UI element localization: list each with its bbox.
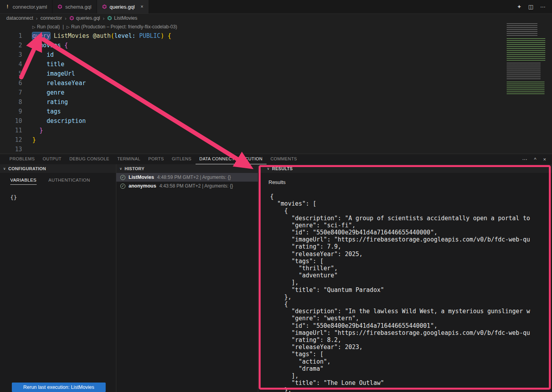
code-line-13[interactable] [32, 145, 171, 154]
line-number: 12 [0, 135, 22, 145]
split-editor-icon[interactable]: ◫ [528, 4, 533, 10]
variables-value[interactable]: {} [10, 194, 116, 201]
code-token: } [39, 127, 43, 134]
results-label: Results [258, 173, 552, 185]
code-token: releaseYear [47, 80, 86, 87]
breadcrumb-label: dataconnect [6, 15, 33, 21]
code-token [32, 80, 47, 87]
code-token: genre [47, 89, 64, 96]
code-token [32, 70, 47, 77]
bottom-panel: PROBLEMSOUTPUTDEBUG CONSOLETERMINALPORTS… [0, 154, 552, 392]
panel-tab-gitlens[interactable]: GITLENS [168, 154, 196, 164]
code-token: title [47, 61, 64, 68]
panel-tab-output[interactable]: OUTPUT [39, 154, 65, 164]
breadcrumb-label: queries.gql [76, 15, 100, 21]
history-entry-ListMovies[interactable]: ✓ListMovies4:48:59 PM GMT+2 | Arguments:… [116, 173, 258, 182]
code-token [136, 32, 139, 39]
configuration-header[interactable]: ∨ CONFIGURATION [0, 164, 116, 173]
breadcrumb-item-queries.gql[interactable]: queries.gql [69, 15, 100, 21]
code-line-7[interactable]: genre [32, 88, 171, 97]
line-number: 7 [0, 88, 22, 97]
panel-tab-debug-console[interactable]: DEBUG CONSOLE [65, 154, 113, 164]
results-header[interactable]: ∨ RESULTS [258, 164, 552, 173]
code-line-4[interactable]: title [32, 59, 171, 69]
code-line-10[interactable]: description [32, 116, 171, 126]
code-editor[interactable]: ▷ Run (local) | ▷ Run (Production – Proj… [0, 22, 552, 154]
panel-tab-problems[interactable]: PROBLEMS [6, 154, 39, 164]
breadcrumb-separator: › [65, 15, 66, 21]
editor-tabs: !connector.yamlschema.gqlqueries.gql× [0, 0, 149, 13]
code-line-11[interactable]: } [32, 126, 171, 135]
code-token [61, 42, 64, 49]
panel-tabs: PROBLEMSOUTPUTDEBUG CONSOLETERMINALPORTS… [6, 154, 301, 164]
editor-tab-label: connector.yaml [13, 4, 47, 10]
run-production-link[interactable]: ▷ Run (Production – Project: friendly-fl… [67, 24, 177, 30]
code-line-8[interactable]: rating [32, 97, 171, 107]
more-actions-icon[interactable]: ⋯ [540, 4, 546, 10]
breadcrumb-item-ListMovies[interactable]: ListMovies [107, 15, 137, 21]
code-token [32, 42, 39, 49]
minimap-lines [507, 82, 545, 94]
history-entry-name: anonymous [129, 183, 156, 189]
panel-close-icon[interactable]: × [543, 156, 546, 162]
results-json[interactable]: { "movies": [ { "description": "A group … [270, 193, 552, 392]
panel-tab-terminal[interactable]: TERMINAL [113, 154, 144, 164]
vscode-window: !connector.yamlschema.gqlqueries.gql× ✦ … [0, 0, 552, 392]
code-line-5[interactable]: imageUrl [32, 69, 171, 78]
code-token: PUBLIC [139, 32, 160, 39]
minimap-lines [507, 23, 537, 37]
minimap[interactable] [506, 23, 552, 116]
code-token: ( [111, 32, 114, 39]
panel-more-icon[interactable]: ⋯ [522, 156, 527, 162]
breadcrumb-label: connector [40, 15, 62, 21]
play-icon: ▷ [32, 25, 35, 29]
history-entry-name: ListMovies [129, 175, 154, 180]
code-token [32, 108, 47, 115]
code-line-12[interactable]: } [32, 135, 171, 145]
graphql-icon [102, 4, 107, 9]
history-header[interactable]: ∨ HISTORY [116, 164, 258, 173]
line-number: 2 [0, 41, 22, 50]
codelens-separator: | [63, 24, 64, 30]
code-token: imageUrl [47, 70, 75, 77]
line-number: 8 [0, 97, 22, 107]
tab-authentication[interactable]: AUTHENTICATION [48, 178, 90, 185]
panel-tab-comments[interactable]: COMMENTS [267, 154, 301, 164]
panel-tab-data-connect-execution[interactable]: DATA CONNECT EXECUTION [196, 154, 267, 164]
tab-variables[interactable]: VARIABLES [10, 178, 37, 185]
highlighted-word: query [32, 32, 50, 39]
history-title: HISTORY [125, 166, 144, 171]
results-section: ∨ RESULTS Results { "movies": [ { "descr… [258, 164, 552, 392]
run-production-label: Run (Production – Project: friendly-flix… [71, 24, 177, 30]
code-line-6[interactable]: releaseYear [32, 78, 171, 88]
play-icon: ▷ [67, 25, 70, 29]
code-token [90, 32, 93, 39]
panel-tab-bar: PROBLEMSOUTPUTDEBUG CONSOLETERMINALPORTS… [0, 154, 552, 164]
breadcrumb-item-dataconnect[interactable]: dataconnect [6, 15, 33, 21]
code-line-2[interactable]: movies { [32, 41, 171, 50]
code-content[interactable]: query ListMovies @auth(level: PUBLIC) { … [26, 31, 171, 154]
code-line-1[interactable]: query ListMovies @auth(level: PUBLIC) { [32, 31, 171, 41]
rerun-button[interactable]: Rerun last execution: ListMovies [12, 383, 106, 392]
editor-tab-connector.yaml[interactable]: !connector.yaml [0, 0, 52, 13]
line-number: 10 [0, 116, 22, 126]
breadcrumb-item-connector[interactable]: connector [40, 15, 62, 21]
editor-tab-label: queries.gql [110, 4, 135, 10]
minimap-lines [507, 38, 545, 61]
sparkle-icon[interactable]: ✦ [517, 4, 522, 10]
code-token: level: [114, 32, 136, 39]
editor-tab-queries.gql[interactable]: queries.gql× [97, 0, 149, 13]
close-tab-icon[interactable]: × [141, 4, 144, 9]
configuration-title: CONFIGURATION [8, 166, 46, 171]
history-entry-anonymous[interactable]: ✓anonymous4:43:58 PM GMT+2 | Arguments: … [116, 182, 258, 190]
configuration-section: ∨ CONFIGURATION VARIABLES AUTHENTICATION… [0, 164, 116, 392]
panel-tab-ports[interactable]: PORTS [144, 154, 168, 164]
panel-body: ∨ CONFIGURATION VARIABLES AUTHENTICATION… [0, 164, 552, 392]
code-line-9[interactable]: tags [32, 107, 171, 116]
code-token: rating [47, 98, 68, 106]
run-local-link[interactable]: ▷ Run (local) [32, 24, 60, 30]
chevron-down-icon: ∨ [119, 167, 122, 171]
panel-maximize-icon[interactable]: ^ [534, 156, 536, 162]
code-line-3[interactable]: id [32, 50, 171, 59]
editor-tab-schema.gql[interactable]: schema.gql [52, 0, 97, 13]
